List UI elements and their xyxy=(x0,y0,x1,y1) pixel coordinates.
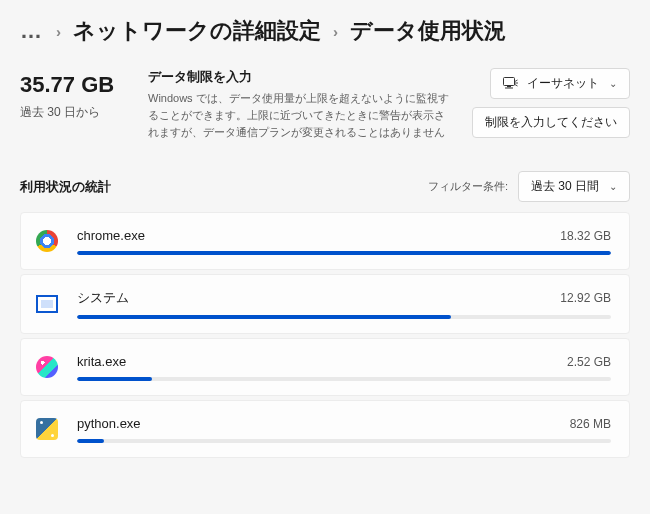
svg-rect-0 xyxy=(504,77,515,85)
app-name: chrome.exe xyxy=(77,228,145,243)
filter-period-value: 過去 30 日間 xyxy=(531,178,599,195)
data-limit-info: データ制限を入力 Windows では、データ使用量が上限を超えないように監視す… xyxy=(148,68,454,141)
chevron-right-icon: › xyxy=(333,23,338,40)
app-usage-row: python.exe826 MB xyxy=(20,400,630,458)
svg-rect-1 xyxy=(507,86,511,87)
usage-bar-fill xyxy=(77,377,152,381)
chevron-right-icon: › xyxy=(56,23,61,40)
app-usage-row: chrome.exe18.32 GB xyxy=(20,212,630,270)
krita-icon xyxy=(36,356,58,378)
app-usage-amount: 18.32 GB xyxy=(560,229,611,243)
app-usage-row: システム12.92 GB xyxy=(20,274,630,334)
adapter-select-button[interactable]: イーサネット ⌄ xyxy=(490,68,630,99)
data-limit-description: Windows では、データ使用量が上限を超えないように監視することができます。… xyxy=(148,90,450,141)
filter-label: フィルター条件: xyxy=(428,179,508,194)
page-title: データ使用状況 xyxy=(350,16,506,46)
total-usage: 35.77 GB 過去 30 日から xyxy=(20,68,130,121)
usage-bar xyxy=(77,315,611,319)
breadcrumb: … › ネットワークの詳細設定 › データ使用状況 xyxy=(20,16,630,46)
filter-period-button[interactable]: 過去 30 日間 ⌄ xyxy=(518,171,630,202)
total-usage-period: 過去 30 日から xyxy=(20,104,130,121)
app-name: krita.exe xyxy=(77,354,126,369)
system-icon xyxy=(36,295,58,313)
chevron-down-icon: ⌄ xyxy=(609,181,617,192)
chrome-icon xyxy=(36,230,58,252)
chevron-down-icon: ⌄ xyxy=(609,78,617,89)
enter-limit-button[interactable]: 制限を入力してください xyxy=(472,107,630,138)
stats-heading: 利用状況の統計 xyxy=(20,178,111,196)
breadcrumb-more-icon[interactable]: … xyxy=(20,18,44,44)
app-usage-list: chrome.exe18.32 GBシステム12.92 GBkrita.exe2… xyxy=(20,212,630,458)
usage-bar xyxy=(77,439,611,443)
enter-limit-label: 制限を入力してください xyxy=(485,114,617,131)
usage-bar xyxy=(77,377,611,381)
svg-rect-2 xyxy=(505,87,513,88)
data-limit-title: データ制限を入力 xyxy=(148,68,450,86)
usage-bar-fill xyxy=(77,439,104,443)
app-name: python.exe xyxy=(77,416,141,431)
usage-bar-fill xyxy=(77,315,451,319)
app-usage-amount: 2.52 GB xyxy=(567,355,611,369)
app-name: システム xyxy=(77,289,129,307)
python-icon xyxy=(36,418,58,440)
app-usage-row: krita.exe2.52 GB xyxy=(20,338,630,396)
adapter-select-label: イーサネット xyxy=(527,75,599,92)
usage-bar xyxy=(77,251,611,255)
app-usage-amount: 826 MB xyxy=(570,417,611,431)
usage-bar-fill xyxy=(77,251,611,255)
breadcrumb-parent[interactable]: ネットワークの詳細設定 xyxy=(73,16,321,46)
total-usage-value: 35.77 GB xyxy=(20,72,130,98)
ethernet-icon xyxy=(503,77,519,91)
app-usage-amount: 12.92 GB xyxy=(560,291,611,305)
